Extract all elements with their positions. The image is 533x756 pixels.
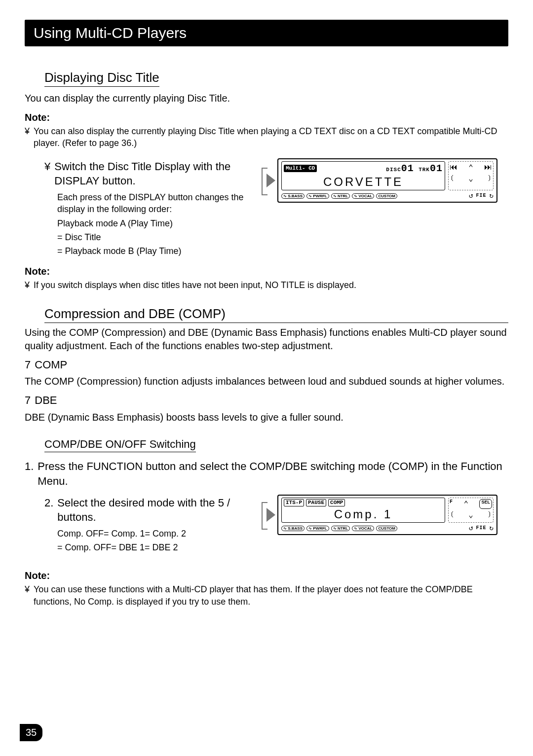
note-label: Note: <box>25 266 508 277</box>
step-2: Select the desired mode with the 5 / but… <box>57 496 257 525</box>
down-icon: ⌄ <box>468 174 473 183</box>
page-title: Using Multi-CD Players <box>25 20 508 46</box>
eq-tag: ∿ NTRL <box>331 193 350 199</box>
prev-icon: ⏮ <box>450 163 457 173</box>
eq-tag: CUSTOM <box>376 526 397 531</box>
fie-label: FIE <box>476 193 487 198</box>
note-bullet: ¥ You can also display the currently pla… <box>25 125 508 149</box>
its-p-badge: ITS-P <box>284 499 304 506</box>
step-title: Switch the Disc Title Display with the D… <box>54 159 257 188</box>
intro-text: You can display the currently playing Di… <box>25 92 508 105</box>
right-icon: ⟯ <box>488 174 492 183</box>
step-body: Playback mode A (Play Time) <box>57 217 257 229</box>
step-body: = Disc Title <box>57 231 257 243</box>
step-body: = Comp. OFF= DBE 1= DBE 2 <box>57 541 257 553</box>
step-body: = Playback mode B (Play Time) <box>57 245 257 257</box>
bullet-icon: 7 <box>25 393 31 408</box>
left-icon: ⟮ <box>450 510 454 520</box>
loop-icon: ↺ <box>469 524 473 532</box>
pointer-icon <box>266 508 275 522</box>
trk-label: TRK <box>419 167 430 173</box>
bullet-icon: ¥ <box>25 279 30 291</box>
eq-tag: ∿ VOCAL <box>352 193 374 199</box>
down-icon: ⌄ <box>468 510 473 520</box>
display-illustration-1: Multi- CD DISC01 TRK01 CORVETTE ⏮ <box>266 158 508 203</box>
section-heading-comp: Compression and DBE (COMP) <box>44 306 508 323</box>
note-text: You can use these functions with a Multi… <box>34 583 508 608</box>
bullet-icon: 7 <box>25 358 31 372</box>
dbe-body: DBE (Dynamic Bass Emphasis) boosts bass … <box>25 411 508 424</box>
section-heading-disc-title: Displaying Disc Title <box>44 70 159 87</box>
subsection-dbe: DBE <box>35 393 57 408</box>
shuffle-icon: ↻ <box>490 524 494 532</box>
disc-label: DISC <box>386 167 401 173</box>
note-text: You can also display the currently playi… <box>34 125 508 149</box>
note-bullet: ¥ If you switch displays when disc title… <box>25 279 508 291</box>
eq-tag: ∿ S.BASS <box>281 193 305 199</box>
up-icon: ⌃ <box>463 499 468 509</box>
eq-tag: CUSTOM <box>376 193 397 199</box>
step-body: Comp. OFF= Comp. 1= Comp. 2 <box>57 528 257 540</box>
bullet-icon: ¥ <box>25 125 30 149</box>
section-heading-switching: COMP/DBE ON/OFF Switching <box>44 438 196 452</box>
page-number: 35 <box>20 724 42 741</box>
bullet-icon: ¥ <box>25 583 30 608</box>
trk-number: 01 <box>430 163 443 174</box>
eq-tag: ∿ S.BASS <box>281 526 305 531</box>
pointer-icon <box>266 174 275 187</box>
step-number: 2. <box>44 496 53 525</box>
pause-badge: PAUSE <box>306 499 326 506</box>
comp-badge: COMP <box>328 499 345 506</box>
loop-icon: ↺ <box>469 191 473 200</box>
eq-tag: ∿ NTRL <box>331 526 350 531</box>
note-label: Note: <box>25 112 508 123</box>
note-label: Note: <box>25 570 508 581</box>
step-number: 1. <box>25 459 34 488</box>
disc-title-display: CORVETTE <box>284 175 443 189</box>
display-illustration-2: ITS-P PAUSE COMP Comp. 1 F ⌃ SEL <box>266 495 508 535</box>
note-text: If you switch displays when disc titles … <box>34 279 356 291</box>
left-icon: ⟮ <box>450 174 454 183</box>
right-icon: ⟯ <box>488 510 492 520</box>
sel-badge: SEL <box>479 499 492 509</box>
shuffle-icon: ↻ <box>490 191 494 200</box>
step-body: Each press of the DISPLAY button changes… <box>57 191 257 216</box>
eq-tag: ∿ PWRFL <box>306 526 329 531</box>
bullet-icon: ¥ <box>44 159 50 188</box>
fie-label: FIE <box>476 525 487 531</box>
step-1: Press the FUNCTION button and select the… <box>38 459 508 488</box>
disc-number: 01 <box>401 163 414 174</box>
up-icon: ⌃ <box>468 163 473 173</box>
multi-cd-badge: Multi- CD <box>284 165 317 172</box>
comp-intro: Using the COMP (Compression) and DBE (Dy… <box>25 326 508 353</box>
comp-body: The COMP (Compression) function adjusts … <box>25 375 508 388</box>
eq-tag: ∿ PWRFL <box>306 193 329 199</box>
eq-tag: ∿ VOCAL <box>352 526 374 531</box>
note-bullet: ¥ You can use these functions with a Mul… <box>25 583 508 608</box>
comp-mode-display: Comp. 1 <box>284 507 443 521</box>
f-label: F <box>450 499 453 509</box>
subsection-comp: COMP <box>35 358 67 372</box>
next-icon: ⏭ <box>484 163 492 173</box>
